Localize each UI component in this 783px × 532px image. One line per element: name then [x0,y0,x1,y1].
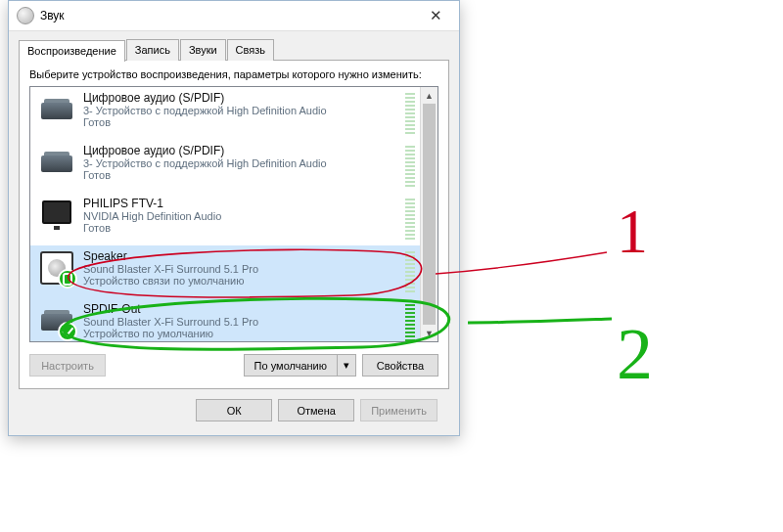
device-name: SPDIF-Out [83,302,399,316]
device-status: Готов [83,169,399,181]
device-row[interactable]: Цифровое аудио (S/PDIF)3- Устройство с п… [30,87,421,140]
device-sub: Sound Blaster X-Fi Surround 5.1 Pro [83,263,399,275]
annotation-red-arrow [436,252,607,274]
properties-button[interactable]: Свойства [362,354,438,377]
level-meter [405,91,415,136]
device-text: Цифровое аудио (S/PDIF)3- Устройство с п… [83,91,399,136]
configure-button[interactable]: Настроить [29,354,106,377]
monitor-icon [38,197,75,234]
device-row[interactable]: SPDIF-OutSound Blaster X-Fi Surround 5.1… [30,298,421,342]
device-text: SpeakerSound Blaster X-Fi Surround 5.1 P… [83,249,399,294]
scroll-up-icon[interactable]: ▲ [421,87,438,104]
device-name: Speaker [83,249,399,263]
tab-sounds[interactable]: Звуки [180,39,226,61]
annotation-label-1: 1 [617,196,648,268]
set-default-split-button[interactable]: По умолчанию ▾ [244,354,356,377]
scroll-down-icon[interactable]: ▼ [421,325,438,341]
level-meter [405,249,415,294]
default-badge-icon [58,269,77,288]
device-row[interactable]: PHILIPS FTV-1NVIDIA High Definition Audi… [30,193,421,245]
tab-communications[interactable]: Связь [227,39,274,61]
set-default-button[interactable]: По умолчанию [244,354,337,377]
instruction-text: Выберите устройство воспроизведения, пар… [29,68,438,80]
tabstrip: Воспроизведение Запись Звуки Связь [19,39,449,61]
scrollbar[interactable]: ▲ ▼ [420,87,438,341]
close-button[interactable]: ✕ [416,1,455,30]
device-sub: 3- Устройство с поддержкой High Definiti… [83,105,399,116]
level-meter [405,144,415,189]
ok-button[interactable]: ОК [196,399,272,421]
receiver-icon [38,144,75,181]
annotation-green-arrow [468,319,612,323]
cancel-button[interactable]: Отмена [278,399,354,421]
sound-icon [17,7,34,24]
tab-playback[interactable]: Воспроизведение [19,40,125,62]
scrollbar-thumb[interactable] [423,104,436,325]
device-status: Готов [83,116,399,128]
default-badge-icon [58,322,77,341]
device-status: Устройство по умолчанию [83,328,399,339]
set-default-dropdown[interactable]: ▾ [337,354,356,377]
device-name: Цифровое аудио (S/PDIF) [83,144,399,157]
device-status: Устройство связи по умолчанию [83,275,399,287]
receiver-icon [38,91,75,128]
device-sub: 3- Устройство с поддержкой High Definiti… [83,157,399,169]
device-text: Цифровое аудио (S/PDIF)3- Устройство с п… [83,144,399,189]
device-sub: NVIDIA High Definition Audio [83,210,399,222]
device-name: PHILIPS FTV-1 [83,197,399,210]
tab-page-playback: Выберите устройство воспроизведения, пар… [19,60,449,389]
device-name: Цифровое аудио (S/PDIF) [83,91,399,105]
level-meter [405,302,415,342]
device-row[interactable]: Цифровое аудио (S/PDIF)3- Устройство с п… [30,140,421,193]
device-sub: Sound Blaster X-Fi Surround 5.1 Pro [83,316,399,328]
device-list[interactable]: Цифровое аудио (S/PDIF)3- Устройство с п… [29,86,438,342]
tab-recording[interactable]: Запись [126,39,179,61]
device-text: SPDIF-OutSound Blaster X-Fi Surround 5.1… [83,302,399,342]
level-meter [405,197,415,242]
titlebar[interactable]: Звук ✕ [9,1,459,31]
device-status: Готов [83,222,399,234]
speaker-icon [38,249,75,287]
window-title: Звук [40,9,416,22]
apply-button[interactable]: Применить [360,399,438,421]
device-row[interactable]: SpeakerSound Blaster X-Fi Surround 5.1 P… [30,245,421,298]
sound-dialog: Звук ✕ Воспроизведение Запись Звуки Связ… [8,0,460,436]
annotation-label-2: 2 [617,313,653,396]
receiver-icon [38,302,75,339]
device-text: PHILIPS FTV-1NVIDIA High Definition Audi… [83,197,399,242]
